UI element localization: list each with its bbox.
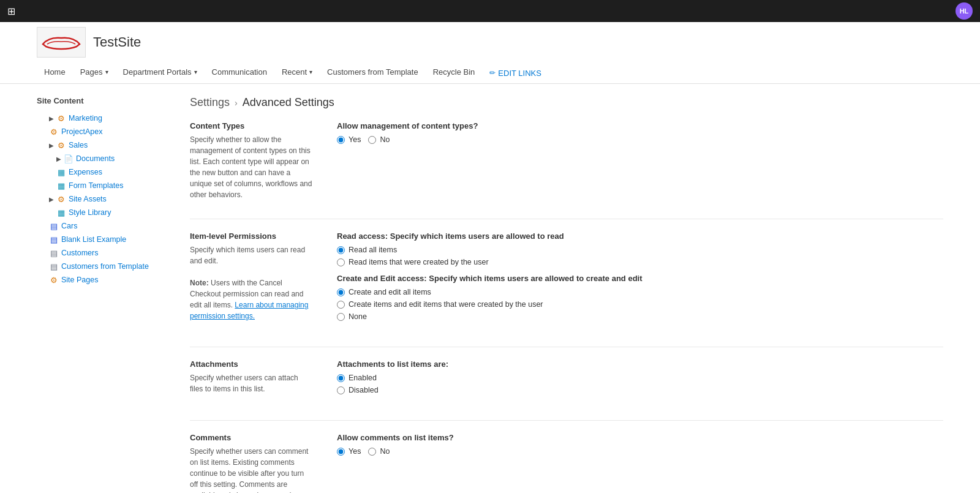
read-all-radio[interactable]	[337, 246, 345, 254]
read-access-radio-group: Read all items Read items that were crea…	[337, 246, 943, 266]
nav-communication[interactable]: Communication	[205, 62, 274, 83]
top-bar: ⊞ HL	[0, 0, 980, 22]
comments-no[interactable]: No	[368, 447, 390, 456]
main-layout: Site Content ▶ ⚙ Marketing ⚙ ProjectApex…	[0, 84, 980, 493]
content-types-no-radio[interactable]	[368, 136, 376, 144]
gear-icon: ⚙	[56, 113, 66, 123]
content-types-yes[interactable]: Yes	[337, 135, 361, 144]
sidebar-item-expenses[interactable]: ▦ Expenses	[37, 165, 172, 179]
learn-more-link[interactable]: Learn about managing permission settings…	[190, 301, 308, 320]
comments-title: Comments	[190, 433, 312, 442]
attachments-enabled-radio[interactable]	[337, 374, 345, 382]
comments-radio-group: Yes No	[337, 447, 943, 456]
item-permissions-right: Read access: Specify which items users a…	[337, 231, 943, 328]
sidebar-item-cars[interactable]: ▤ Cars	[37, 219, 172, 233]
list-icon: ▦	[56, 167, 66, 177]
attachments-desc: Specify whether users can attach files t…	[190, 372, 312, 394]
nav-recent[interactable]: Recent ▾	[274, 62, 320, 83]
read-created-radio[interactable]	[337, 258, 345, 266]
attachments-right: Attachments to list items are: Enabled D…	[337, 359, 943, 402]
nav-edit-links[interactable]: ✏ EDIT LINKS	[482, 64, 549, 83]
nav-department-portals[interactable]: Department Portals ▾	[116, 62, 205, 83]
create-edit-all[interactable]: Create and edit all items	[337, 288, 943, 296]
gear-icon: ⚙	[56, 194, 66, 204]
sidebar-item-projectapex[interactable]: ⚙ ProjectApex	[37, 125, 172, 138]
attachments-disabled-radio[interactable]	[337, 386, 345, 394]
comments-desc: Specify whether users can comment on lis…	[190, 446, 312, 493]
nav-home[interactable]: Home	[37, 62, 73, 83]
sidebar-item-style-library[interactable]: ▦ Style Library	[37, 206, 172, 219]
grid-icon: ▤	[49, 221, 59, 231]
sidebar-title: Site Content	[37, 96, 172, 105]
create-edit-by-user[interactable]: Create items and edit items that were cr…	[337, 300, 943, 309]
expand-arrow: ▶	[56, 156, 61, 162]
recent-caret: ▾	[309, 69, 312, 75]
item-permissions-title: Item-level Permissions	[190, 231, 312, 241]
sidebar-item-customers-template[interactable]: ▤ Customers from Template	[37, 260, 172, 273]
create-all-radio[interactable]	[337, 288, 345, 296]
sidebar-item-blank-list[interactable]: ▤ Blank List Example	[37, 233, 172, 246]
nav-customers-template[interactable]: Customers from Template	[320, 62, 426, 83]
nav-pages[interactable]: Pages ▾	[73, 62, 116, 83]
sidebar-item-form-templates[interactable]: ▦ Form Templates	[37, 179, 172, 192]
sidebar-item-sales[interactable]: ▶ ⚙ Sales	[37, 138, 172, 152]
site-logo	[37, 27, 86, 58]
content-types-no[interactable]: No	[368, 135, 390, 144]
create-none-radio[interactable]	[337, 313, 345, 321]
comments-yes-radio[interactable]	[337, 448, 345, 456]
comments-yes[interactable]: Yes	[337, 447, 361, 456]
attachments-question: Attachments to list items are:	[337, 359, 943, 369]
create-edit-radio-group: Create and edit all items Create items a…	[337, 288, 943, 321]
content-types-radio-group: Yes No	[337, 135, 943, 144]
pencil-icon: ✏	[489, 69, 496, 77]
site-branding: TestSite	[37, 27, 943, 58]
create-none[interactable]: None	[337, 312, 943, 321]
gear-icon: ⚙	[49, 275, 59, 285]
user-avatar[interactable]: HL	[956, 2, 973, 20]
nav-recycle-bin[interactable]: Recycle Bin	[426, 62, 483, 83]
content-types-title: Content Types	[190, 121, 312, 130]
attachments-section: Attachments Specify whether users can at…	[190, 359, 943, 402]
gear-icon: ⚙	[49, 127, 59, 137]
attachments-title: Attachments	[190, 359, 312, 369]
site-header: TestSite Home Pages ▾ Department Portals…	[0, 22, 980, 84]
comments-section: Comments Specify whether users can comme…	[190, 433, 943, 493]
sidebar-item-site-pages[interactable]: ⚙ Site Pages	[37, 273, 172, 287]
list-icon: ▦	[56, 208, 66, 217]
gear-icon: ⚙	[56, 140, 66, 150]
comments-right: Allow comments on list items? Yes No	[337, 433, 943, 493]
create-user-radio[interactable]	[337, 301, 345, 309]
read-all-items[interactable]: Read all items	[337, 246, 943, 254]
expand-arrow: ▶	[49, 142, 54, 149]
note-label: Note:	[190, 279, 209, 287]
dept-caret: ▾	[194, 69, 197, 75]
content-types-right: Allow management of content types? Yes N…	[337, 121, 943, 200]
grid-icon: ▤	[49, 248, 59, 258]
site-title: TestSite	[93, 34, 141, 50]
expand-arrow: ▶	[49, 115, 54, 122]
content-area: Settings › Advanced Settings Content Typ…	[190, 96, 943, 493]
attachments-radio-group: Enabled Disabled	[337, 374, 943, 394]
attachments-left: Attachments Specify whether users can at…	[190, 359, 312, 402]
comments-left: Comments Specify whether users can comme…	[190, 433, 312, 493]
breadcrumb-arrow: ›	[235, 98, 238, 108]
content-types-yes-radio[interactable]	[337, 136, 345, 144]
grid-icon: ▤	[49, 235, 59, 244]
attachments-enabled[interactable]: Enabled	[337, 374, 943, 382]
item-permissions-left: Item-level Permissions Specify which ite…	[190, 231, 312, 328]
read-created-by-user[interactable]: Read items that were created by the user	[337, 258, 943, 266]
content-types-question: Allow management of content types?	[337, 121, 943, 130]
sidebar-item-customers[interactable]: ▤ Customers	[37, 246, 172, 260]
sidebar-item-documents[interactable]: ▶ 📄 Documents	[37, 152, 172, 165]
breadcrumb-root[interactable]: Settings	[190, 96, 230, 109]
waffle-icon[interactable]: ⊞	[7, 6, 15, 17]
doc-icon: 📄	[64, 154, 74, 164]
comments-no-radio[interactable]	[368, 448, 376, 456]
sidebar-item-site-assets[interactable]: ▶ ⚙ Site Assets	[37, 192, 172, 206]
pages-caret: ▾	[105, 69, 108, 75]
sidebar-item-marketing[interactable]: ▶ ⚙ Marketing	[37, 111, 172, 125]
content-types-section: Content Types Specify whether to allow t…	[190, 121, 943, 200]
attachments-disabled[interactable]: Disabled	[337, 386, 943, 394]
sidebar: Site Content ▶ ⚙ Marketing ⚙ ProjectApex…	[37, 96, 172, 493]
list-icon: ▦	[56, 181, 66, 190]
